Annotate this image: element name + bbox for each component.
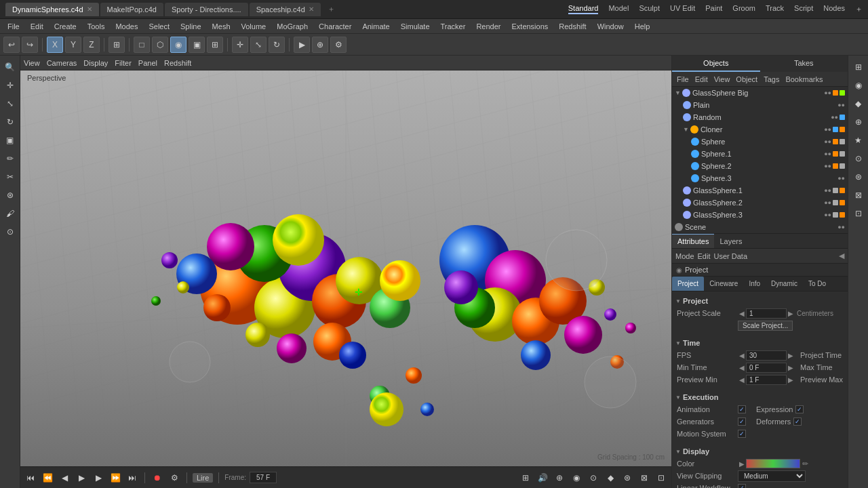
obj-view[interactable]: View (712, 75, 732, 83)
nav-script[interactable]: Script (794, 4, 813, 14)
menu-edit[interactable]: Edit (26, 21, 48, 32)
color-arrow-icon[interactable]: ▶ (739, 460, 745, 468)
redo-button[interactable]: ↪ (22, 37, 38, 53)
right-icon-8[interactable]: ⊠ (850, 187, 867, 203)
brush-tool[interactable]: ✏ (2, 150, 18, 167)
tl-icon-4[interactable]: ◉ (570, 471, 583, 485)
increment-icon[interactable]: ▶ (788, 310, 793, 317)
nav-standard[interactable]: Standard (568, 4, 599, 14)
menu-tracker[interactable]: Tracker (436, 21, 471, 32)
list-item[interactable]: Scene ●● (672, 221, 848, 233)
project-section-header[interactable]: Project (675, 295, 844, 307)
previewmin-increment-icon[interactable]: ▶ (788, 376, 793, 384)
z-axis-button[interactable]: Z (83, 37, 100, 53)
menu-mograph[interactable]: MoGraph (272, 21, 313, 32)
scale-tool[interactable]: ⤡ (250, 37, 267, 53)
timeline-next-frame[interactable]: ▶ (92, 471, 105, 485)
list-item[interactable]: Sphere.3 ●● (672, 172, 848, 184)
add-tab-button[interactable]: ＋ (322, 1, 340, 17)
mintime-input[interactable] (746, 363, 787, 373)
tl-icon-2[interactable]: 🔊 (536, 471, 549, 485)
list-item[interactable]: GlassSphere.2 ●● (672, 197, 848, 209)
list-item[interactable]: ▼ GlassSphere Big ●● (672, 87, 848, 99)
timeline-next-key[interactable]: ⏩ (108, 471, 122, 485)
tab-sporty[interactable]: Sporty - Directions.... (165, 3, 248, 16)
coord-button[interactable]: ⊞ (108, 37, 125, 53)
uv-mode[interactable]: ⊞ (207, 37, 223, 53)
expression-checkbox[interactable] (795, 405, 804, 413)
menu-create[interactable]: Create (50, 21, 81, 32)
right-icon-5[interactable]: ★ (850, 132, 867, 148)
right-icon-3[interactable]: ◆ (850, 96, 867, 112)
rotate-tool-side[interactable]: ↻ (2, 114, 18, 130)
select-tool[interactable]: 🔍 (2, 59, 18, 75)
vt-display[interactable]: Display (83, 59, 108, 67)
timeline-record[interactable]: ⏺ (151, 471, 164, 485)
vt-view[interactable]: View (24, 59, 40, 67)
right-icon-2[interactable]: ◉ (850, 77, 867, 94)
color-edit-icon[interactable]: ✏ (802, 460, 808, 468)
object-mode[interactable]: ◉ (170, 37, 186, 53)
list-item[interactable]: Sphere ●● (672, 136, 848, 148)
undo-button[interactable]: ↩ (3, 37, 20, 53)
right-icon-1[interactable]: ⊞ (850, 59, 867, 75)
menu-extensions[interactable]: Extensions (507, 21, 553, 32)
timeline-prev-frame[interactable]: ◀ (58, 471, 71, 485)
right-icon-6[interactable]: ⊙ (850, 150, 867, 167)
render-all[interactable]: ⊕ (312, 37, 328, 53)
tl-icon-7[interactable]: ⊛ (620, 471, 634, 485)
obj-bookmarks[interactable]: Bookmarks (783, 75, 825, 83)
tl-icon-3[interactable]: ⊕ (553, 471, 566, 485)
obj-edit[interactable]: Edit (693, 75, 710, 83)
menu-mesh[interactable]: Mesh (208, 21, 235, 32)
color-swatch[interactable] (746, 459, 800, 468)
timeline-forward-end[interactable]: ⏭ (125, 471, 139, 485)
nav-paint[interactable]: Paint (705, 4, 722, 14)
scale-project-button[interactable]: Scale Project... (738, 321, 793, 331)
knife-tool[interactable]: ✂ (2, 169, 18, 185)
timeline-play[interactable]: ▶ (75, 471, 88, 485)
tab-close-icon[interactable]: ✕ (87, 5, 92, 13)
tl-icon-5[interactable]: ⊙ (587, 471, 600, 485)
deformers-checkbox[interactable] (793, 418, 802, 426)
list-item[interactable]: GlassSphere.1 ●● (672, 184, 848, 197)
points-mode[interactable]: □ (134, 37, 150, 53)
render-settings[interactable]: ⚙ (330, 37, 347, 53)
list-item[interactable]: ▼ Cloner ●● (672, 123, 848, 136)
cineware-tab[interactable]: Cineware (704, 277, 743, 291)
current-frame-input[interactable] (250, 472, 277, 483)
vt-redshift[interactable]: Redshift (164, 59, 191, 67)
menu-character[interactable]: Character (314, 21, 356, 32)
paint-tool[interactable]: 🖌 (2, 205, 18, 222)
attr-back-icon[interactable]: ◀ (839, 251, 844, 260)
tab-spaceship[interactable]: Spaceship.c4d ✕ (250, 3, 321, 16)
obj-file[interactable]: File (675, 75, 691, 83)
todo-tab[interactable]: To Do (803, 277, 831, 291)
animation-checkbox[interactable] (738, 405, 746, 413)
rotate-tool[interactable]: ↻ (269, 37, 285, 53)
menu-animate[interactable]: Animate (357, 21, 394, 32)
tab-dynamic-spheres[interactable]: DynamicSpheres.c4d ✕ (5, 3, 99, 16)
tl-icon-9[interactable]: ⊡ (654, 471, 668, 485)
nav-uvedit[interactable]: UV Edit (670, 4, 695, 14)
layers-tab[interactable]: Layers (714, 234, 747, 248)
objects-tab[interactable]: Objects (672, 56, 760, 72)
time-section-header[interactable]: Time (675, 337, 844, 349)
right-icon-9[interactable]: ⊡ (850, 205, 867, 222)
timeline-settings[interactable]: ⚙ (167, 471, 181, 485)
tl-icon-1[interactable]: ⊞ (519, 471, 532, 485)
menu-window[interactable]: Window (593, 21, 629, 32)
list-item[interactable]: Sphere.2 ●● (672, 160, 848, 172)
poly-tool[interactable]: ▣ (2, 132, 18, 148)
menu-simulate[interactable]: Simulate (396, 21, 435, 32)
list-item[interactable]: Plain ●● (672, 99, 848, 111)
obj-object[interactable]: Object (734, 75, 760, 83)
poly-mode[interactable]: ▣ (189, 37, 205, 53)
tl-icon-6[interactable]: ◆ (604, 471, 617, 485)
info-tab[interactable]: Info (743, 277, 766, 291)
nav-model[interactable]: Model (608, 4, 629, 14)
move-tool-side[interactable]: ✛ (2, 77, 18, 94)
execution-section-header[interactable]: Execution (675, 391, 844, 403)
scale-tool-side[interactable]: ⤡ (2, 96, 18, 112)
menu-help[interactable]: Help (630, 21, 655, 32)
